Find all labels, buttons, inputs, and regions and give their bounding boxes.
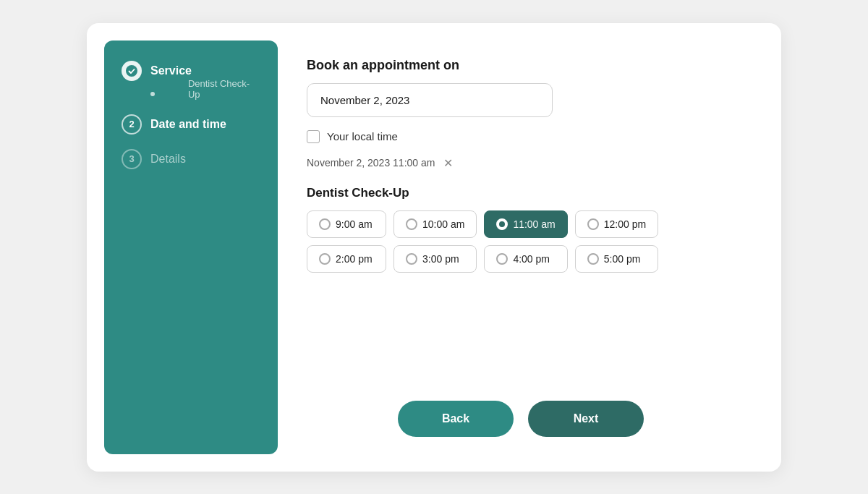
local-time-row: Your local time — [307, 130, 735, 143]
radio-circle-10am — [406, 218, 417, 230]
time-slot-5pm[interactable]: 5:00 pm — [575, 245, 658, 273]
selected-time-row: November 2, 2023 11:00 am ✕ — [307, 156, 735, 170]
service-name-label: Dentist Check-Up — [307, 186, 735, 200]
time-slots-grid: 9:00 am10:00 am11:00 am12:00 pm2:00 pm3:… — [307, 210, 658, 273]
radio-circle-2pm — [319, 253, 331, 265]
time-label-4pm: 4:00 pm — [513, 253, 550, 265]
sidebar-label-service: Service — [150, 64, 192, 77]
radio-circle-11am — [496, 218, 508, 230]
footer-buttons: Back Next — [307, 372, 735, 437]
time-slot-10am[interactable]: 10:00 am — [393, 210, 477, 238]
selected-datetime-text: November 2, 2023 11:00 am — [307, 157, 435, 169]
svg-point-0 — [126, 65, 137, 77]
time-slot-2pm[interactable]: 2:00 pm — [307, 245, 386, 273]
sidebar-label-details: Details — [150, 153, 186, 166]
radio-inner-11am — [499, 221, 505, 227]
radio-circle-5pm — [587, 253, 599, 265]
time-label-2pm: 2:00 pm — [336, 253, 373, 265]
local-time-checkbox[interactable] — [307, 130, 320, 143]
back-button[interactable]: Back — [398, 401, 514, 437]
time-label-5pm: 5:00 pm — [604, 253, 641, 265]
time-slot-11am[interactable]: 11:00 am — [484, 210, 567, 238]
sidebar-item-date: 2 Date and time — [122, 114, 260, 135]
time-label-9am: 9:00 am — [336, 218, 373, 230]
service-sublabel: Dentist Check-Up — [188, 78, 260, 100]
next-button[interactable]: Next — [528, 401, 644, 437]
radio-circle-3pm — [406, 253, 417, 265]
step-icon-details: 3 — [122, 149, 142, 169]
sidebar-label-date: Date and time — [150, 118, 226, 131]
date-value: November 2, 2023 — [320, 94, 409, 106]
sidebar-item-details: 3 Details — [122, 149, 260, 169]
sidebar: Service Dentist Check-Up 2 Date and time… — [104, 41, 278, 454]
time-slot-9am[interactable]: 9:00 am — [307, 210, 386, 238]
time-label-11am: 11:00 am — [513, 218, 555, 230]
bullet-icon — [150, 92, 155, 96]
time-label-12pm: 12:00 pm — [604, 218, 646, 230]
appointment-card: Service Dentist Check-Up 2 Date and time… — [87, 23, 781, 472]
radio-circle-12pm — [587, 218, 599, 230]
radio-circle-9am — [319, 218, 331, 230]
radio-circle-4pm — [496, 253, 508, 265]
main-content: Book an appointment on November 2, 2023 … — [278, 41, 764, 454]
step-icon-date: 2 — [122, 114, 142, 135]
step-icon-service — [122, 61, 142, 81]
local-time-label: Your local time — [327, 130, 398, 142]
time-slot-12pm[interactable]: 12:00 pm — [575, 210, 658, 238]
time-label-3pm: 3:00 pm — [422, 253, 459, 265]
book-title: Book an appointment on — [307, 58, 735, 73]
time-slot-4pm[interactable]: 4:00 pm — [484, 245, 567, 273]
time-slot-3pm[interactable]: 3:00 pm — [393, 245, 477, 273]
clear-selection-icon[interactable]: ✕ — [443, 156, 453, 170]
time-label-10am: 10:00 am — [422, 218, 464, 230]
service-sublabel-row: Dentist Check-Up — [122, 88, 260, 100]
date-input[interactable]: November 2, 2023 — [307, 83, 553, 117]
